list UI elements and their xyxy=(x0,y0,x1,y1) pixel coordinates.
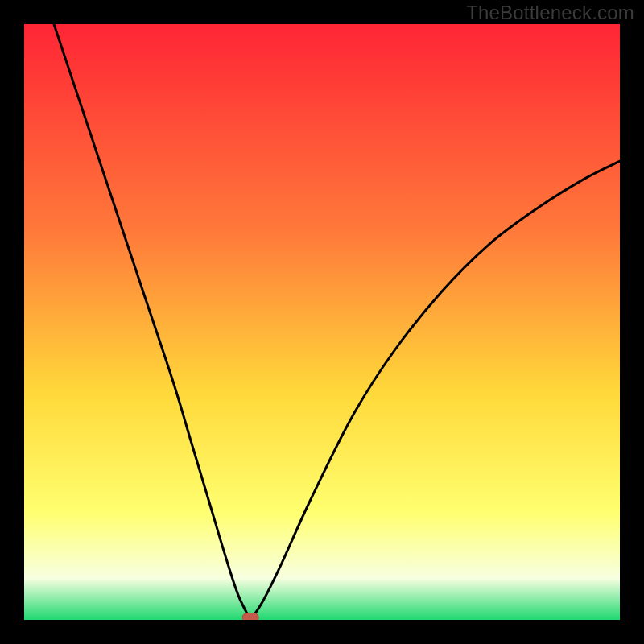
gradient-background xyxy=(24,24,620,620)
optimum-marker xyxy=(242,613,258,621)
chart-frame: TheBottleneck.com xyxy=(0,0,644,644)
bottleneck-plot xyxy=(24,24,620,620)
watermark-text: TheBottleneck.com xyxy=(466,2,634,24)
